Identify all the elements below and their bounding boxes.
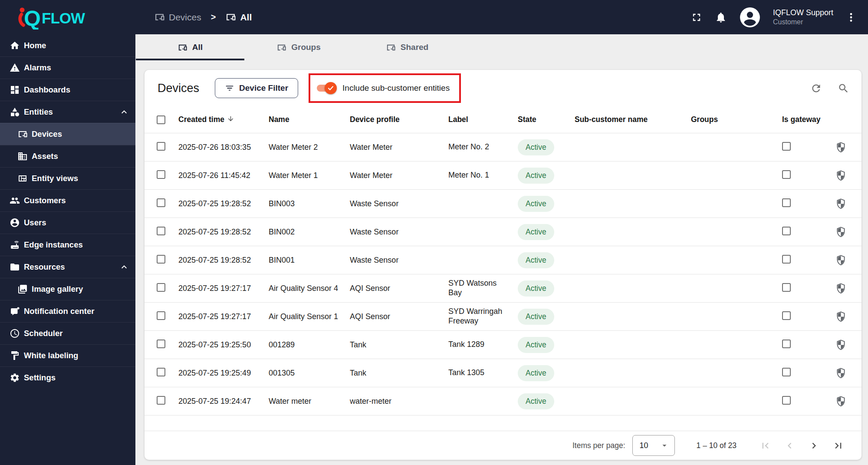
sidebar-item-home[interactable]: Home: [0, 34, 135, 56]
user-menu-button[interactable]: [845, 12, 857, 23]
column-header-label[interactable]: Label: [448, 115, 518, 124]
sidebar-item-entities[interactable]: Entities: [0, 101, 135, 123]
sidebar-item-notification-center[interactable]: Notification center: [0, 300, 135, 322]
sidebar-item-scheduler[interactable]: Scheduler: [0, 322, 135, 344]
sidebar-item-alarms[interactable]: Alarms: [0, 56, 135, 79]
sidebar-item-white-labeling[interactable]: White labeling: [0, 344, 135, 366]
last-page-button[interactable]: [826, 435, 850, 456]
sidebar-item-label: Entity views: [32, 174, 78, 183]
gateway-checkbox[interactable]: [782, 170, 791, 179]
gateway-checkbox[interactable]: [782, 283, 791, 292]
column-header-is-gateway[interactable]: Is gateway: [782, 115, 830, 124]
tab-all[interactable]: All: [136, 34, 244, 60]
table-row[interactable]: 2025-07-25 19:25:50 001289 Tank Tank 128…: [145, 330, 861, 359]
gateway-checkbox[interactable]: [782, 142, 791, 151]
table-row[interactable]: 2025-07-25 19:28:52 BIN001 Waste Sensor …: [145, 246, 861, 274]
gateway-checkbox[interactable]: [782, 255, 791, 264]
previous-page-button[interactable]: [777, 435, 802, 456]
sidebar-item-users[interactable]: Users: [0, 211, 135, 234]
user-info[interactable]: IQFLOW Support Customer: [773, 8, 833, 26]
shield-icon: [835, 396, 847, 407]
avatar[interactable]: [739, 7, 761, 28]
row-checkbox[interactable]: [157, 255, 165, 264]
sidebar-item-label: Home: [24, 41, 46, 50]
tab-shared[interactable]: Shared: [353, 34, 461, 60]
column-header-state[interactable]: State: [518, 115, 575, 124]
sidebar-item-label: Resources: [24, 262, 65, 272]
tab-groups[interactable]: Groups: [244, 34, 353, 60]
device-credentials-cell[interactable]: [830, 142, 849, 153]
select-all-checkbox[interactable]: [157, 115, 165, 124]
row-checkbox[interactable]: [157, 311, 165, 320]
fullscreen-button[interactable]: [690, 11, 703, 23]
first-page-button[interactable]: [753, 435, 777, 456]
table-row[interactable]: 2025-07-25 19:25:49 001305 Tank Tank 130…: [145, 359, 861, 387]
table-actions: [810, 82, 849, 94]
sidebar-item-dashboards[interactable]: Dashboards: [0, 79, 135, 101]
column-header-created-time[interactable]: Created time: [178, 115, 269, 125]
row-checkbox[interactable]: [157, 142, 165, 151]
sidebar-item-edge-instances[interactable]: Edge instances: [0, 234, 135, 256]
search-button[interactable]: [838, 82, 849, 94]
notifications-button[interactable]: [715, 11, 727, 23]
sidebar-item-customers[interactable]: Customers: [0, 189, 135, 211]
row-checkbox[interactable]: [157, 198, 165, 207]
sidebar-item-label: Image gallery: [32, 284, 83, 294]
table-row[interactable]: 2025-07-25 19:28:52 BIN002 Waste Sensor …: [145, 218, 861, 246]
row-checkbox[interactable]: [157, 340, 165, 348]
sidebar-item-entity-views[interactable]: Entity views: [0, 167, 135, 189]
gateway-checkbox[interactable]: [782, 368, 791, 376]
column-header-groups[interactable]: Groups: [691, 115, 782, 124]
row-checkbox[interactable]: [157, 396, 165, 405]
sidebar-item-assets[interactable]: Assets: [0, 145, 135, 167]
table-row[interactable]: 2025-07-26 18:03:35 Water Meter 2 Water …: [145, 133, 861, 161]
shield-icon: [835, 226, 847, 238]
brand-logo[interactable]: Q FLOW: [0, 5, 135, 30]
sidebar-item-image-gallery[interactable]: Image gallery: [0, 278, 135, 300]
breadcrumb-item-all[interactable]: All: [225, 12, 252, 23]
device-credentials-cell[interactable]: [830, 311, 849, 323]
page-range-label: 1 – 10 of 23: [697, 441, 736, 450]
items-per-page-select[interactable]: 10: [632, 435, 675, 456]
device-credentials-cell[interactable]: [830, 367, 849, 379]
sidebar-item-devices[interactable]: Devices: [0, 123, 135, 145]
table-row[interactable]: 2025-07-25 19:24:47 Water meter water-me…: [145, 387, 861, 415]
shield-icon: [835, 311, 847, 323]
device-credentials-cell[interactable]: [830, 170, 849, 181]
gateway-checkbox[interactable]: [782, 340, 791, 348]
next-page-button[interactable]: [802, 435, 826, 456]
cell-created-time: 2025-07-25 19:28:52: [178, 228, 269, 237]
devices-icon: [276, 43, 286, 53]
device-credentials-cell[interactable]: [830, 396, 849, 407]
row-checkbox[interactable]: [157, 227, 165, 235]
table-row[interactable]: 2025-07-25 19:27:17 Air Quality Sensor 4…: [145, 274, 861, 302]
device-credentials-cell[interactable]: [830, 198, 849, 210]
refresh-button[interactable]: [810, 82, 822, 94]
customers-people-icon: [10, 195, 20, 206]
table-row[interactable]: 2025-07-26 11:45:42 Water Meter 1 Water …: [145, 161, 861, 189]
gateway-checkbox[interactable]: [782, 311, 791, 320]
device-filter-button[interactable]: Device Filter: [215, 78, 298, 98]
device-credentials-cell[interactable]: [830, 226, 849, 238]
row-checkbox[interactable]: [157, 368, 165, 376]
column-header-name[interactable]: Name: [269, 115, 350, 124]
breadcrumb-item-devices[interactable]: Devices: [154, 12, 201, 23]
gateway-checkbox[interactable]: [782, 227, 791, 235]
cell-created-time: 2025-07-25 19:27:17: [178, 284, 269, 293]
include-subcustomer-toggle[interactable]: [317, 82, 337, 95]
device-credentials-cell[interactable]: [830, 283, 849, 294]
column-header-device-profile[interactable]: Device profile: [350, 115, 448, 124]
table-row[interactable]: 2025-07-25 19:27:17 Air Quality Sensor 1…: [145, 302, 861, 330]
sidebar-item-resources[interactable]: Resources: [0, 256, 135, 278]
device-credentials-cell[interactable]: [830, 339, 849, 351]
sidebar-item-settings[interactable]: Settings: [0, 366, 135, 389]
device-credentials-cell[interactable]: [830, 254, 849, 266]
gateway-checkbox[interactable]: [782, 198, 791, 207]
column-header-sub-customer[interactable]: Sub-customer name: [575, 115, 691, 124]
row-checkbox[interactable]: [157, 283, 165, 292]
gateway-checkbox[interactable]: [782, 396, 791, 405]
router-icon: [10, 240, 20, 250]
table-row[interactable]: 2025-07-25 19:28:52 BIN003 Waste Sensor …: [145, 189, 861, 218]
caret-down-icon: [660, 441, 669, 450]
row-checkbox[interactable]: [157, 170, 165, 179]
